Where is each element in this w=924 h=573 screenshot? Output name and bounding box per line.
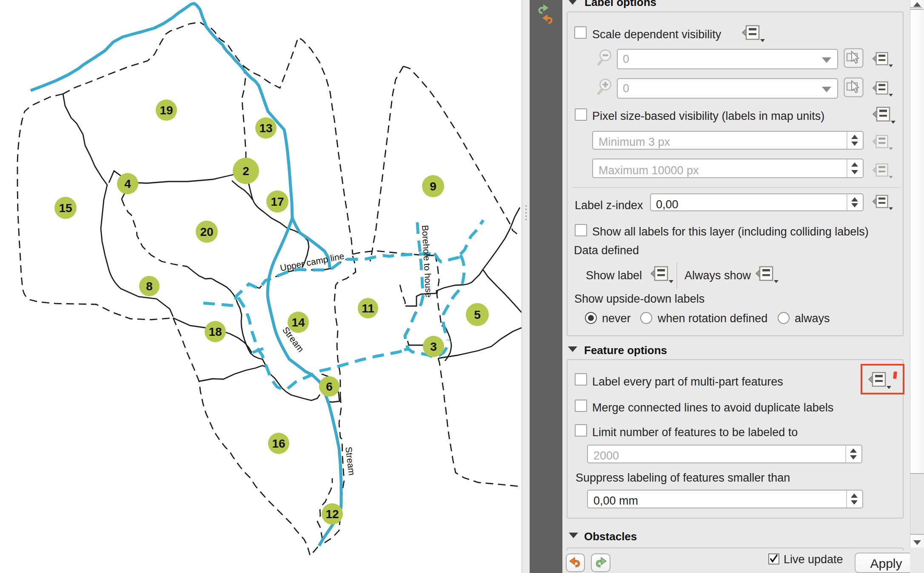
svg-text:3: 3 (430, 340, 437, 353)
svg-text:4: 4 (124, 177, 131, 190)
svg-text:6: 6 (326, 380, 333, 393)
svg-text:16: 16 (272, 437, 285, 450)
svg-text:17: 17 (271, 195, 284, 208)
svg-text:20: 20 (200, 225, 213, 238)
svg-text:9: 9 (430, 180, 436, 193)
svg-text:11: 11 (362, 302, 374, 315)
svg-text:2: 2 (242, 165, 249, 178)
svg-text:18: 18 (208, 325, 222, 338)
svg-text:14: 14 (291, 316, 305, 329)
svg-text:12: 12 (325, 508, 339, 521)
svg-text:19: 19 (160, 104, 173, 117)
svg-text:Stream: Stream (344, 446, 357, 476)
svg-text:5: 5 (474, 308, 481, 321)
svg-text:8: 8 (146, 280, 153, 293)
svg-text:13: 13 (259, 122, 272, 135)
svg-text:15: 15 (59, 201, 72, 215)
